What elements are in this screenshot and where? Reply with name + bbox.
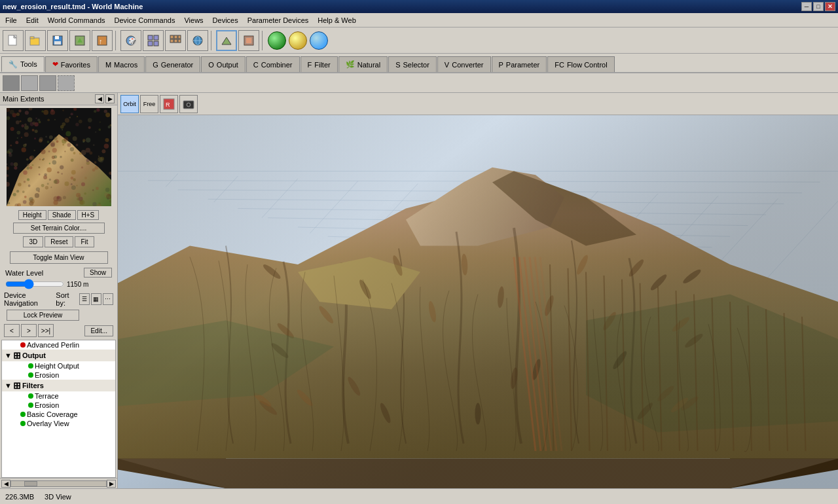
sort-grid-button[interactable]: ▦ <box>91 293 101 305</box>
tree-group-filters[interactable]: ▼ ⊞ Filters <box>2 380 115 391</box>
menu-help-web[interactable]: Help & Web <box>314 15 360 26</box>
tree-item-basic-coverage[interactable]: Basic Coverage <box>2 410 115 419</box>
terrain-3d-view[interactable] <box>118 115 838 488</box>
toolbar-separator-2 <box>211 31 213 50</box>
menu-devices[interactable]: Devices <box>209 15 242 26</box>
sub-tool-1[interactable] <box>3 75 20 91</box>
tree-expand-output: ▼ <box>5 351 12 359</box>
menu-file[interactable]: File <box>1 15 21 26</box>
tab-tools[interactable]: 🔧 Tools <box>1 56 45 72</box>
tree-label-filters: Filters <box>22 382 44 389</box>
tree-dot-erosion2 <box>28 403 33 408</box>
water-level-slider[interactable] <box>5 279 64 289</box>
nav-row: < > >>| Edit... <box>0 323 117 338</box>
nav-next-button[interactable]: > <box>21 324 37 337</box>
menu-parameter-devices[interactable]: Parameter Devices <box>244 15 313 26</box>
set-terrain-color-button[interactable]: Set Terrain Color.... <box>13 223 105 234</box>
h-scroll-track[interactable] <box>10 480 107 487</box>
tree-label-overlay-view: Overlay View <box>27 420 69 427</box>
fit-button[interactable]: Fit <box>75 236 94 247</box>
tree-dot-height-output <box>28 363 33 369</box>
import-button[interactable]: ↑ <box>92 30 113 51</box>
tab-converter[interactable]: V Converter <box>437 56 491 72</box>
h-scroll-thumb[interactable] <box>24 481 37 486</box>
extents-next-button[interactable]: ▶ <box>105 94 115 103</box>
sort-controls: Sort by: ☰ ▦ ⋯ <box>56 291 113 307</box>
texture-button[interactable] <box>238 30 259 51</box>
tab-filter[interactable]: F Filter <box>301 56 338 72</box>
svg-rect-22 <box>178 39 181 43</box>
tree-item-advanced-perlin[interactable]: Advanced Perlin <box>2 340 115 350</box>
save-button[interactable] <box>47 30 68 51</box>
tree-item-erosion1[interactable]: Erosion <box>2 370 115 380</box>
new-button[interactable] <box>3 30 24 51</box>
build-button[interactable]: 🎲 <box>120 30 141 51</box>
tree-dot-overlay-view <box>20 421 26 426</box>
tree-item-erosion2[interactable]: Erosion <box>2 401 115 410</box>
tree-item-terrace[interactable]: Terrace <box>2 391 115 401</box>
view-toolbar: Orbit Free R <box>118 93 838 115</box>
maximize-button[interactable]: □ <box>813 2 824 11</box>
sub-tool-3[interactable] <box>39 75 56 91</box>
device-sort-row: Device Navigation Sort by: ☰ ▦ ⋯ <box>0 291 117 308</box>
camera-button[interactable] <box>179 95 198 113</box>
lock-preview-button[interactable]: Lock Preview <box>7 310 79 321</box>
height-view-button[interactable]: Height <box>18 210 46 220</box>
natural-icon: 🌿 <box>346 60 355 69</box>
sort-other-button[interactable]: ⋯ <box>103 293 113 305</box>
generator-icon: G <box>153 61 158 69</box>
shade-view-button[interactable]: Shade <box>48 210 76 220</box>
tab-flow-control[interactable]: FC Flow Control <box>547 56 614 72</box>
extents-prev-button[interactable]: ◀ <box>95 94 104 103</box>
render-view-button[interactable]: R <box>160 95 178 113</box>
menu-world-commands[interactable]: World Commands <box>44 15 109 26</box>
sub-tool-2[interactable] <box>21 75 38 91</box>
toggle-main-view-button[interactable]: Toggle Main View <box>10 251 108 264</box>
reset-button[interactable]: Reset <box>45 236 73 247</box>
flow-control-icon: FC <box>555 61 564 69</box>
hs-view-button[interactable]: H+S <box>77 210 100 220</box>
scroll-left-button[interactable]: ◀ <box>1 480 10 488</box>
tab-selector[interactable]: S Selector <box>388 56 437 72</box>
extents-header: Main Extents ◀ ▶ <box>0 93 117 105</box>
free-camera-button[interactable]: Free <box>140 95 158 113</box>
tree-item-overlay-view[interactable]: Overlay View <box>2 419 115 428</box>
export-terrain-button[interactable] <box>69 30 90 51</box>
svg-rect-21 <box>174 39 177 43</box>
scroll-right-button[interactable]: ▶ <box>107 480 116 488</box>
minimize-button[interactable]: ─ <box>801 2 812 11</box>
toolbar-separator-1 <box>115 31 118 50</box>
tab-macros[interactable]: M Macros <box>98 56 145 72</box>
tab-parameter[interactable]: P Parameter <box>492 56 547 72</box>
minimap-canvas <box>7 108 111 206</box>
orbit-button[interactable]: Orbit <box>120 95 139 113</box>
nav-prev-button[interactable]: < <box>4 324 20 337</box>
tab-natural[interactable]: 🌿 Natural <box>338 56 388 72</box>
svg-rect-14 <box>154 35 158 40</box>
tree-label-height-output: Height Output <box>35 362 79 370</box>
3d-button[interactable]: 3D <box>23 236 43 247</box>
sub-tool-4[interactable] <box>58 75 75 91</box>
terrain-canvas <box>118 115 838 488</box>
build-tiles-button[interactable] <box>165 30 186 51</box>
build-normal-button[interactable] <box>143 30 164 51</box>
tab-favorites[interactable]: ❤ Favorites <box>45 56 98 72</box>
sort-list-button[interactable]: ☰ <box>79 293 90 305</box>
terrain-button[interactable] <box>216 30 237 51</box>
tab-generator[interactable]: G Generator <box>145 56 200 72</box>
svg-rect-6 <box>54 41 61 45</box>
open-button[interactable] <box>25 30 46 51</box>
tree-item-height-output[interactable]: Height Output <box>2 361 115 370</box>
tab-combiner[interactable]: C Combiner <box>246 56 300 72</box>
sort-by-label: Sort by: <box>56 291 77 307</box>
water-show-button[interactable]: Show <box>84 268 112 278</box>
nav-last-button[interactable]: >>| <box>38 324 54 337</box>
menu-device-commands[interactable]: Device Commands <box>111 15 179 26</box>
tab-output[interactable]: O Output <box>201 56 246 72</box>
edit-button[interactable]: Edit... <box>84 325 113 336</box>
close-button[interactable]: ✕ <box>825 2 835 11</box>
world-preview-button[interactable] <box>187 30 208 51</box>
tree-group-output[interactable]: ▼ ⊞ Output <box>2 350 115 361</box>
menu-views[interactable]: Views <box>180 15 207 26</box>
menu-edit[interactable]: Edit <box>22 15 43 26</box>
